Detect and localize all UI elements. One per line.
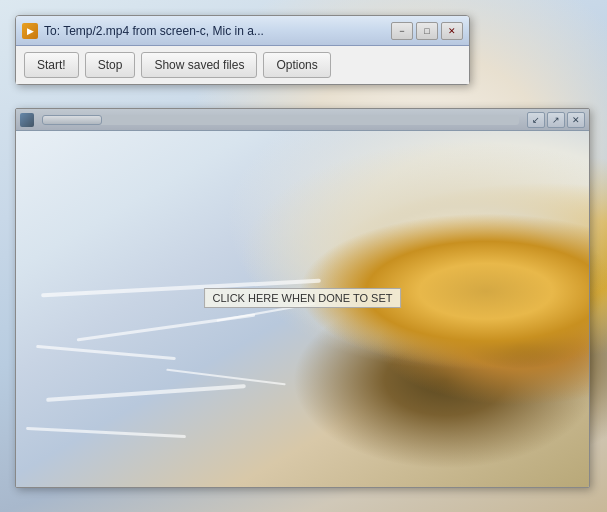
- main-window: ▶ To: Temp/2.mp4 from screen-c, Mic in a…: [15, 15, 470, 85]
- maximize-button[interactable]: □: [416, 22, 438, 40]
- click-here-label[interactable]: CLICK HERE WHEN DONE TO SET: [204, 288, 402, 308]
- app-icon: ▶: [22, 23, 38, 39]
- toolbar: Start! Stop Show saved files Options: [16, 46, 469, 84]
- preview-icon: [20, 113, 34, 127]
- scrollbar-thumb[interactable]: [42, 115, 102, 125]
- preview-title-bar: ↙ ↗ ✕: [16, 109, 589, 131]
- preview-window: ↙ ↗ ✕ CLICK HERE WHEN DONE TO SET: [15, 108, 590, 488]
- preview-content[interactable]: CLICK HERE WHEN DONE TO SET: [16, 131, 589, 487]
- close-button[interactable]: ✕: [441, 22, 463, 40]
- start-button[interactable]: Start!: [24, 52, 79, 78]
- preview-scrollbar[interactable]: [42, 115, 519, 125]
- title-bar: ▶ To: Temp/2.mp4 from screen-c, Mic in a…: [16, 16, 469, 46]
- preview-controls: ↙ ↗ ✕: [527, 112, 585, 128]
- minimize-button[interactable]: −: [391, 22, 413, 40]
- window-title: To: Temp/2.mp4 from screen-c, Mic in a..…: [44, 24, 385, 38]
- resize-expand-button[interactable]: ↗: [547, 112, 565, 128]
- show-saved-files-button[interactable]: Show saved files: [141, 52, 257, 78]
- stop-button[interactable]: Stop: [85, 52, 136, 78]
- window-controls: − □ ✕: [391, 22, 463, 40]
- preview-close-button[interactable]: ✕: [567, 112, 585, 128]
- options-button[interactable]: Options: [263, 52, 330, 78]
- resize-fit-button[interactable]: ↙: [527, 112, 545, 128]
